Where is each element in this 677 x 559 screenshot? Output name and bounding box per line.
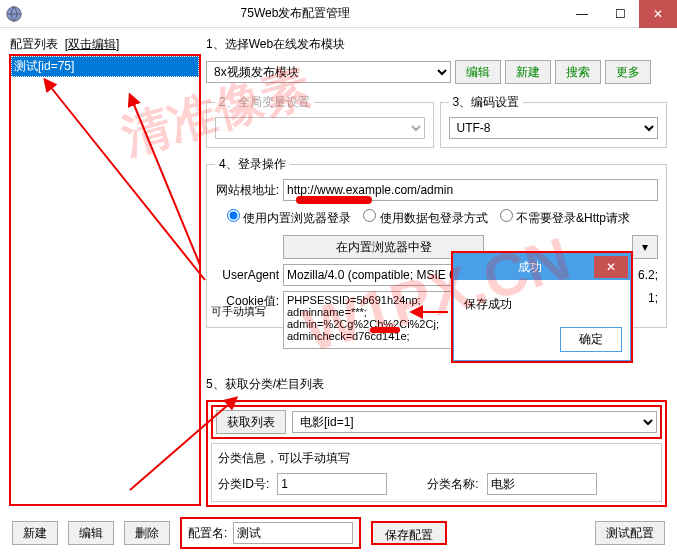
- radio-builtin-browser[interactable]: 使用内置浏览器登录: [227, 209, 351, 227]
- config-name-input[interactable]: [233, 522, 353, 544]
- minimize-button[interactable]: —: [563, 0, 601, 28]
- app-icon: [5, 5, 23, 23]
- success-dialog: 成功 ✕ 保存成功 确定: [452, 252, 632, 362]
- dialog-message: 保存成功: [464, 297, 512, 311]
- dialog-title: 成功: [518, 259, 542, 276]
- step5-label: 5、获取分类/栏目列表: [206, 376, 667, 393]
- global-vars-select: [215, 117, 425, 139]
- bottom-edit-button[interactable]: 编辑: [68, 521, 114, 545]
- list-item[interactable]: 测试[id=75]: [11, 56, 199, 77]
- more-module-button[interactable]: 更多: [605, 60, 651, 84]
- category-name-label: 分类名称:: [427, 476, 478, 493]
- module-select[interactable]: 8x视频发布模块: [206, 61, 451, 83]
- manual-fill-label: 可手动填写: [211, 304, 271, 319]
- title-bar: 75Web发布配置管理 — ☐ ✕: [0, 0, 677, 28]
- config-list-header: 配置列表 [双击编辑]: [10, 36, 200, 53]
- ua-trail: 6.2;: [638, 268, 658, 282]
- close-button[interactable]: ✕: [639, 0, 677, 28]
- dialog-body: 保存成功: [454, 280, 630, 319]
- save-config-button[interactable]: 保存配置: [371, 521, 447, 545]
- useragent-label: UserAgent: [215, 268, 279, 282]
- aux-button[interactable]: ▾: [632, 235, 658, 259]
- window-controls: — ☐ ✕: [563, 0, 677, 28]
- step1-label: 1、选择Web在线发布模块: [206, 36, 667, 53]
- dialog-titlebar: 成功 ✕: [454, 254, 630, 280]
- get-list-button[interactable]: 获取列表: [216, 410, 286, 434]
- dialog-ok-button[interactable]: 确定: [560, 327, 622, 352]
- edit-module-button[interactable]: 编辑: [455, 60, 501, 84]
- radio-packet-login[interactable]: 使用数据包登录方式: [363, 209, 487, 227]
- category-id-input[interactable]: [277, 473, 387, 495]
- radio-no-login[interactable]: 不需要登录&Http请求: [500, 209, 630, 227]
- global-vars-group: 2、全局变量设置: [206, 94, 434, 148]
- category-name-input[interactable]: [487, 473, 597, 495]
- test-config-button[interactable]: 测试配置: [595, 521, 665, 545]
- category-id-label: 分类ID号:: [218, 476, 269, 493]
- root-url-label: 网站根地址:: [215, 182, 279, 199]
- config-listbox[interactable]: 测试[id=75]: [10, 55, 200, 505]
- bottom-new-button[interactable]: 新建: [12, 521, 58, 545]
- dialog-close-button[interactable]: ✕: [594, 256, 628, 278]
- maximize-button[interactable]: ☐: [601, 0, 639, 28]
- cookie-trail: 1;: [648, 291, 658, 305]
- bottom-delete-button[interactable]: 删除: [124, 521, 170, 545]
- encoding-group: 3、编码设置 UTF-8: [440, 94, 668, 148]
- root-url-input[interactable]: [283, 179, 658, 201]
- category-select[interactable]: 电影[id=1]: [292, 411, 657, 433]
- category-info-label: 分类信息，可以手动填写: [218, 450, 655, 467]
- window-title: 75Web发布配置管理: [28, 5, 563, 22]
- new-module-button[interactable]: 新建: [505, 60, 551, 84]
- search-module-button[interactable]: 搜索: [555, 60, 601, 84]
- encoding-select[interactable]: UTF-8: [449, 117, 659, 139]
- config-name-label: 配置名:: [188, 525, 227, 542]
